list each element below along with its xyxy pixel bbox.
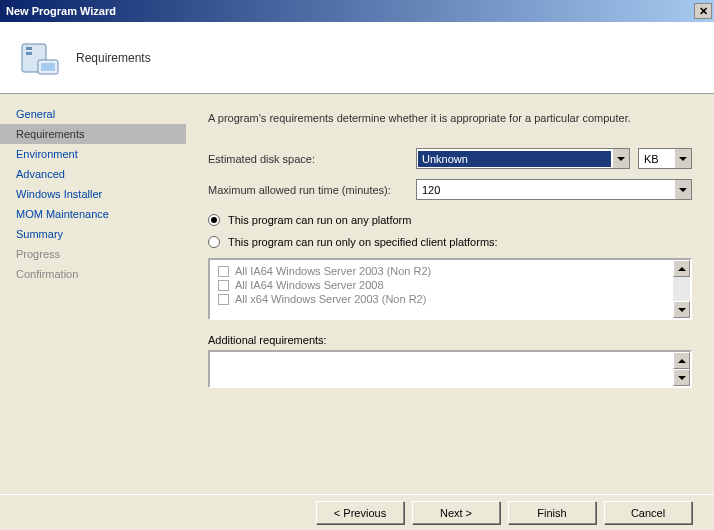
- nav-confirmation: Confirmation: [0, 264, 186, 284]
- checkbox[interactable]: [218, 294, 229, 305]
- platform-any-row[interactable]: This program can run on any platform: [208, 214, 692, 226]
- nav-windows-installer[interactable]: Windows Installer: [0, 184, 186, 204]
- list-item[interactable]: All IA64 Windows Server 2003 (Non R2): [218, 264, 665, 278]
- cancel-button[interactable]: Cancel: [604, 501, 692, 524]
- radio-specified-label: This program can run only on specified c…: [228, 236, 498, 248]
- titlebar: New Program Wizard ✕: [0, 0, 714, 22]
- platform-label: All x64 Windows Server 2003 (Non R2): [235, 293, 426, 305]
- list-item[interactable]: All IA64 Windows Server 2008: [218, 278, 665, 292]
- additional-label: Additional requirements:: [208, 334, 692, 346]
- finish-button[interactable]: Finish: [508, 501, 596, 524]
- window-title: New Program Wizard: [6, 5, 116, 17]
- nav-advanced[interactable]: Advanced: [0, 164, 186, 184]
- scrollbar[interactable]: [673, 352, 690, 386]
- svg-rect-2: [26, 52, 32, 55]
- checkbox[interactable]: [218, 280, 229, 291]
- radio-any-platform[interactable]: [208, 214, 220, 226]
- next-button[interactable]: Next >: [412, 501, 500, 524]
- nav-progress: Progress: [0, 244, 186, 264]
- disk-space-label: Estimated disk space:: [208, 153, 408, 165]
- description-text: A program's requirements determine wheth…: [208, 112, 692, 124]
- checkbox[interactable]: [218, 266, 229, 277]
- additional-requirements-field[interactable]: [208, 350, 692, 388]
- nav-summary[interactable]: Summary: [0, 224, 186, 244]
- disk-space-unit: KB: [640, 151, 673, 167]
- platform-label: All IA64 Windows Server 2008: [235, 279, 384, 291]
- scroll-down-icon[interactable]: [673, 301, 690, 318]
- wizard-body: General Requirements Environment Advance…: [0, 94, 714, 494]
- scroll-down-icon[interactable]: [673, 369, 690, 386]
- chevron-down-icon[interactable]: [674, 180, 691, 199]
- radio-any-label: This program can run on any platform: [228, 214, 411, 226]
- runtime-select[interactable]: 120: [416, 179, 692, 200]
- disk-space-select[interactable]: Unknown: [416, 148, 630, 169]
- runtime-row: Maximum allowed run time (minutes): 120: [208, 179, 692, 200]
- close-button[interactable]: ✕: [694, 3, 712, 19]
- platforms-listbox[interactable]: All IA64 Windows Server 2003 (Non R2) Al…: [208, 258, 692, 320]
- content-area: A program's requirements determine wheth…: [186, 94, 714, 494]
- scrollbar[interactable]: [673, 260, 690, 318]
- nav-mom-maintenance[interactable]: MOM Maintenance: [0, 204, 186, 224]
- disk-space-row: Estimated disk space: Unknown KB: [208, 148, 692, 169]
- additional-input[interactable]: [210, 352, 673, 386]
- disk-space-value: Unknown: [418, 151, 611, 167]
- svg-rect-1: [26, 47, 32, 50]
- scroll-up-icon[interactable]: [673, 352, 690, 369]
- list-item[interactable]: All x64 Windows Server 2003 (Non R2): [218, 292, 665, 306]
- platform-label: All IA64 Windows Server 2003 (Non R2): [235, 265, 431, 277]
- runtime-value: 120: [418, 182, 673, 198]
- nav-sidebar: General Requirements Environment Advance…: [0, 94, 186, 494]
- previous-button[interactable]: < Previous: [316, 501, 404, 524]
- scroll-track[interactable]: [673, 277, 690, 301]
- radio-specified-platform[interactable]: [208, 236, 220, 248]
- disk-space-unit-select[interactable]: KB: [638, 148, 692, 169]
- platforms-list: All IA64 Windows Server 2003 (Non R2) Al…: [210, 260, 673, 318]
- page-title: Requirements: [76, 51, 151, 65]
- nav-environment[interactable]: Environment: [0, 144, 186, 164]
- platform-specified-row[interactable]: This program can run only on specified c…: [208, 236, 692, 248]
- chevron-down-icon[interactable]: [674, 149, 691, 168]
- nav-requirements[interactable]: Requirements: [0, 124, 186, 144]
- scroll-up-icon[interactable]: [673, 260, 690, 277]
- svg-rect-4: [41, 63, 55, 71]
- button-bar: < Previous Next > Finish Cancel: [0, 494, 714, 530]
- chevron-down-icon[interactable]: [612, 149, 629, 168]
- nav-general[interactable]: General: [0, 104, 186, 124]
- close-icon: ✕: [699, 5, 708, 18]
- wizard-header: Requirements: [0, 22, 714, 94]
- runtime-label: Maximum allowed run time (minutes):: [208, 184, 408, 196]
- computer-icon: [16, 36, 60, 80]
